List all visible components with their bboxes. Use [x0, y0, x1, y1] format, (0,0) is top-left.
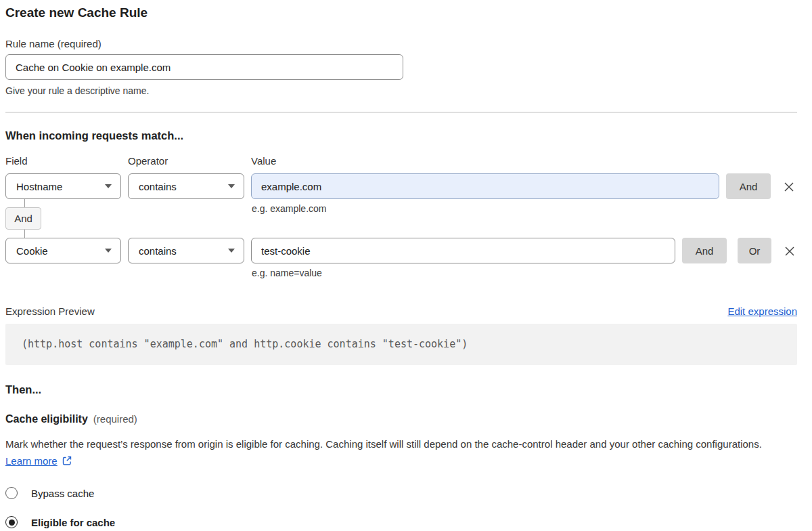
remove-rule-button[interactable]	[783, 245, 796, 258]
radio-unselected-icon[interactable]	[5, 487, 18, 499]
field-select[interactable]: Cookie	[5, 238, 121, 263]
connector-and-button[interactable]: And	[5, 207, 41, 230]
connector-line	[24, 199, 25, 207]
expression-preview-header: Expression Preview Edit expression	[5, 305, 797, 317]
close-icon	[784, 245, 796, 257]
chevron-down-icon	[228, 184, 235, 188]
field-select[interactable]: Hostname	[5, 173, 121, 199]
value-input[interactable]	[251, 238, 675, 263]
then-heading: Then...	[5, 382, 797, 397]
value-column: e.g. name=value	[251, 238, 675, 263]
operator-column-label: Operator	[128, 155, 251, 167]
operator-select[interactable]: contains	[128, 238, 244, 263]
expression-code: (http.host contains "example.com" and ht…	[5, 324, 797, 365]
radio-option-eligible-for-cache[interactable]: Eligible for cache	[5, 516, 797, 528]
radio-option-bypass-cache[interactable]: Bypass cache	[5, 487, 797, 499]
match-row: Hostname contains e.g. example.com And	[5, 173, 797, 199]
external-link-icon	[62, 454, 72, 471]
rule-name-label: Rule name (required)	[5, 37, 797, 51]
logic-connector: And	[5, 199, 73, 238]
rule-name-help: Give your rule a descriptive name.	[5, 85, 797, 97]
close-icon	[783, 181, 795, 193]
radio-selected-icon[interactable]	[5, 516, 18, 528]
value-input[interactable]	[251, 173, 719, 199]
field-select-value: Cookie	[16, 245, 48, 257]
create-cache-rule-page: Create new Cache Rule Rule name (require…	[0, 0, 807, 528]
cache-eligibility-heading-row: Cache eligibility (required)	[5, 413, 797, 425]
and-button[interactable]: And	[682, 238, 727, 263]
match-row: Cookie contains e.g. name=value And Or	[5, 238, 797, 263]
field-select-value: Hostname	[16, 181, 62, 192]
learn-more-link[interactable]: Learn more	[5, 455, 58, 467]
or-button[interactable]: Or	[738, 238, 771, 263]
value-column-label: Value	[251, 155, 797, 167]
operator-select-value: contains	[139, 245, 177, 257]
field-column-label: Field	[5, 155, 128, 167]
and-button[interactable]: And	[726, 173, 771, 199]
required-note: (required)	[93, 413, 137, 425]
chevron-down-icon	[105, 184, 112, 188]
radio-label: Bypass cache	[31, 488, 94, 499]
radio-label: Eligible for cache	[31, 517, 115, 528]
chevron-down-icon	[228, 249, 235, 253]
rule-name-input[interactable]	[5, 54, 403, 80]
match-heading: When incoming requests match...	[5, 128, 797, 143]
section-divider	[5, 112, 797, 113]
value-hint: e.g. name=value	[252, 268, 322, 278]
operator-select[interactable]: contains	[128, 173, 244, 199]
cache-eligibility-description: Mark whether the request’s response from…	[5, 436, 787, 471]
expression-preview-label: Expression Preview	[5, 305, 95, 317]
remove-rule-button[interactable]	[782, 180, 796, 194]
value-hint: e.g. example.com	[252, 203, 327, 214]
value-column: e.g. example.com	[251, 173, 719, 199]
connector-line	[24, 230, 25, 238]
operator-select-value: contains	[139, 181, 177, 192]
cache-eligibility-heading: Cache eligibility	[5, 413, 88, 425]
page-title: Create new Cache Rule	[5, 4, 797, 22]
chevron-down-icon	[105, 249, 112, 253]
match-column-labels: Field Operator Value	[5, 155, 797, 167]
edit-expression-link[interactable]: Edit expression	[727, 305, 797, 317]
description-text: Mark whether the request’s response from…	[5, 438, 762, 450]
